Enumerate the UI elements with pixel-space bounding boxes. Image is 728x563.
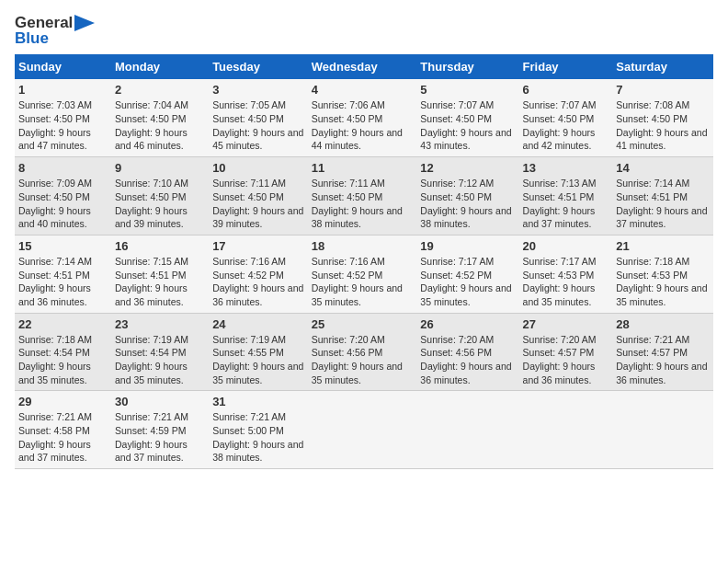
day-info: Sunrise: 7:19 AM Sunset: 4:54 PM Dayligh… — [115, 333, 205, 387]
calendar-cell: 12 Sunrise: 7:12 AM Sunset: 4:50 PM Dayl… — [416, 157, 518, 236]
day-number: 19 — [420, 239, 515, 253]
day-info: Sunrise: 7:15 AM Sunset: 4:51 PM Dayligh… — [115, 255, 205, 309]
calendar-cell: 11 Sunrise: 7:11 AM Sunset: 4:50 PM Dayl… — [308, 157, 417, 236]
calendar-cell: 8 Sunrise: 7:09 AM Sunset: 4:50 PM Dayli… — [15, 157, 111, 236]
header-thursday: Thursday — [416, 54, 518, 79]
day-info: Sunrise: 7:10 AM Sunset: 4:50 PM Dayligh… — [115, 177, 205, 231]
logo-line2: Blue — [15, 30, 95, 48]
header: General Blue — [15, 15, 713, 47]
calendar-cell: 25 Sunrise: 7:20 AM Sunset: 4:56 PM Dayl… — [308, 313, 417, 391]
calendar-cell: 20 Sunrise: 7:17 AM Sunset: 4:53 PM Dayl… — [519, 235, 613, 313]
calendar-cell: 1 Sunrise: 7:03 AM Sunset: 4:50 PM Dayli… — [15, 79, 111, 156]
day-info: Sunrise: 7:12 AM Sunset: 4:50 PM Dayligh… — [420, 177, 515, 231]
calendar-cell: 15 Sunrise: 7:14 AM Sunset: 4:51 PM Dayl… — [15, 235, 111, 313]
day-info: Sunrise: 7:18 AM Sunset: 4:54 PM Dayligh… — [18, 333, 108, 387]
day-info: Sunrise: 7:11 AM Sunset: 4:50 PM Dayligh… — [212, 177, 304, 231]
day-number: 7 — [616, 83, 710, 97]
day-number: 1 — [18, 83, 108, 97]
day-info: Sunrise: 7:09 AM Sunset: 4:50 PM Dayligh… — [18, 177, 108, 231]
day-number: 20 — [523, 239, 609, 253]
day-number: 22 — [18, 317, 108, 331]
day-number: 27 — [523, 317, 609, 331]
day-number: 29 — [18, 395, 108, 408]
calendar-cell: 18 Sunrise: 7:16 AM Sunset: 4:52 PM Dayl… — [308, 235, 417, 313]
day-info: Sunrise: 7:20 AM Sunset: 4:56 PM Dayligh… — [420, 333, 515, 387]
calendar-cell: 16 Sunrise: 7:15 AM Sunset: 4:51 PM Dayl… — [111, 235, 209, 313]
calendar-cell: 4 Sunrise: 7:06 AM Sunset: 4:50 PM Dayli… — [308, 79, 417, 156]
calendar-cell: 2 Sunrise: 7:04 AM Sunset: 4:50 PM Dayli… — [111, 79, 209, 156]
calendar-cell: 13 Sunrise: 7:13 AM Sunset: 4:51 PM Dayl… — [519, 157, 613, 236]
day-info: Sunrise: 7:08 AM Sunset: 4:50 PM Dayligh… — [616, 98, 710, 153]
day-info: Sunrise: 7:21 AM Sunset: 4:58 PM Dayligh… — [18, 410, 108, 465]
calendar-cell — [308, 391, 417, 469]
logo: General Blue — [15, 15, 95, 47]
calendar-week-2: 8 Sunrise: 7:09 AM Sunset: 4:50 PM Dayli… — [15, 157, 713, 236]
calendar-cell: 26 Sunrise: 7:20 AM Sunset: 4:56 PM Dayl… — [416, 313, 518, 391]
calendar-cell: 28 Sunrise: 7:21 AM Sunset: 4:57 PM Dayl… — [612, 313, 713, 391]
day-info: Sunrise: 7:19 AM Sunset: 4:55 PM Dayligh… — [212, 333, 304, 387]
day-info: Sunrise: 7:20 AM Sunset: 4:57 PM Dayligh… — [523, 333, 609, 387]
day-number: 16 — [115, 239, 205, 253]
calendar-week-3: 15 Sunrise: 7:14 AM Sunset: 4:51 PM Dayl… — [15, 235, 713, 313]
day-number: 30 — [115, 395, 205, 408]
day-info: Sunrise: 7:13 AM Sunset: 4:51 PM Dayligh… — [523, 177, 609, 231]
day-info: Sunrise: 7:14 AM Sunset: 4:51 PM Dayligh… — [616, 177, 710, 231]
day-number: 24 — [212, 317, 304, 331]
day-number: 9 — [115, 161, 205, 175]
calendar-cell: 29 Sunrise: 7:21 AM Sunset: 4:58 PM Dayl… — [15, 391, 111, 469]
day-number: 15 — [18, 239, 108, 253]
calendar-week-1: 1 Sunrise: 7:03 AM Sunset: 4:50 PM Dayli… — [15, 79, 713, 156]
day-number: 28 — [616, 317, 710, 331]
calendar-cell: 19 Sunrise: 7:17 AM Sunset: 4:52 PM Dayl… — [416, 235, 518, 313]
day-info: Sunrise: 7:06 AM Sunset: 4:50 PM Dayligh… — [312, 98, 414, 153]
header-monday: Monday — [111, 54, 209, 79]
day-info: Sunrise: 7:18 AM Sunset: 4:53 PM Dayligh… — [616, 255, 710, 309]
day-info: Sunrise: 7:16 AM Sunset: 4:52 PM Dayligh… — [212, 255, 304, 309]
day-number: 8 — [18, 161, 108, 175]
day-info: Sunrise: 7:07 AM Sunset: 4:50 PM Dayligh… — [523, 98, 609, 153]
header-row: SundayMondayTuesdayWednesdayThursdayFrid… — [15, 54, 713, 79]
calendar-cell: 9 Sunrise: 7:10 AM Sunset: 4:50 PM Dayli… — [111, 157, 209, 236]
day-number: 4 — [312, 83, 414, 97]
day-info: Sunrise: 7:05 AM Sunset: 4:50 PM Dayligh… — [212, 98, 304, 153]
header-tuesday: Tuesday — [209, 54, 308, 79]
day-number: 25 — [312, 317, 414, 331]
day-info: Sunrise: 7:14 AM Sunset: 4:51 PM Dayligh… — [18, 255, 108, 309]
calendar-cell: 30 Sunrise: 7:21 AM Sunset: 4:59 PM Dayl… — [111, 391, 209, 469]
calendar-cell — [416, 391, 518, 469]
day-info: Sunrise: 7:03 AM Sunset: 4:50 PM Dayligh… — [18, 98, 108, 153]
day-info: Sunrise: 7:20 AM Sunset: 4:56 PM Dayligh… — [312, 333, 414, 387]
calendar-cell: 21 Sunrise: 7:18 AM Sunset: 4:53 PM Dayl… — [612, 235, 713, 313]
day-number: 3 — [212, 83, 304, 97]
calendar-cell: 6 Sunrise: 7:07 AM Sunset: 4:50 PM Dayli… — [519, 79, 613, 156]
header-saturday: Saturday — [612, 54, 713, 79]
calendar-cell: 14 Sunrise: 7:14 AM Sunset: 4:51 PM Dayl… — [612, 157, 713, 236]
logo-text: General Blue — [15, 15, 95, 47]
day-info: Sunrise: 7:16 AM Sunset: 4:52 PM Dayligh… — [312, 255, 414, 309]
day-info: Sunrise: 7:21 AM Sunset: 4:59 PM Dayligh… — [115, 410, 205, 465]
day-number: 23 — [115, 317, 205, 331]
header-friday: Friday — [519, 54, 613, 79]
calendar-cell: 10 Sunrise: 7:11 AM Sunset: 4:50 PM Dayl… — [209, 157, 308, 236]
calendar-cell: 17 Sunrise: 7:16 AM Sunset: 4:52 PM Dayl… — [209, 235, 308, 313]
day-number: 13 — [523, 161, 609, 175]
calendar-week-5: 29 Sunrise: 7:21 AM Sunset: 4:58 PM Dayl… — [15, 391, 713, 469]
day-info: Sunrise: 7:17 AM Sunset: 4:53 PM Dayligh… — [523, 255, 609, 309]
header-sunday: Sunday — [15, 54, 111, 79]
day-info: Sunrise: 7:21 AM Sunset: 4:57 PM Dayligh… — [616, 333, 710, 387]
calendar-cell: 7 Sunrise: 7:08 AM Sunset: 4:50 PM Dayli… — [612, 79, 713, 156]
day-info: Sunrise: 7:11 AM Sunset: 4:50 PM Dayligh… — [312, 177, 414, 231]
calendar-cell — [519, 391, 613, 469]
day-number: 6 — [523, 83, 609, 97]
header-wednesday: Wednesday — [308, 54, 417, 79]
day-info: Sunrise: 7:04 AM Sunset: 4:50 PM Dayligh… — [115, 98, 205, 153]
day-number: 18 — [312, 239, 414, 253]
calendar-cell: 23 Sunrise: 7:19 AM Sunset: 4:54 PM Dayl… — [111, 313, 209, 391]
calendar-cell: 24 Sunrise: 7:19 AM Sunset: 4:55 PM Dayl… — [209, 313, 308, 391]
day-number: 31 — [212, 395, 304, 408]
svg-marker-0 — [74, 15, 95, 31]
day-number: 2 — [115, 83, 205, 97]
calendar-cell: 5 Sunrise: 7:07 AM Sunset: 4:50 PM Dayli… — [416, 79, 518, 156]
calendar-week-4: 22 Sunrise: 7:18 AM Sunset: 4:54 PM Dayl… — [15, 313, 713, 391]
calendar-cell: 31 Sunrise: 7:21 AM Sunset: 5:00 PM Dayl… — [209, 391, 308, 469]
